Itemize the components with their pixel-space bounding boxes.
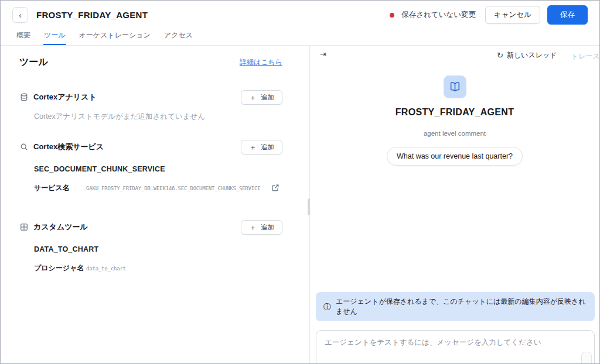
notice-text: エージェントが保存されるまで、このチャットには最新の編集内容が反映されません (336, 297, 587, 317)
book-icon (449, 81, 461, 93)
section-cortex-analyst: Cortexアナリスト ＋ 追加 Cortexアナリストモデルがまだ追加されてい… (19, 90, 282, 122)
plus-icon: ＋ (249, 143, 257, 151)
add-analyst-button[interactable]: ＋ 追加 (241, 90, 282, 105)
search-icon (19, 143, 28, 152)
chevron-left-icon: ‹ (19, 11, 22, 19)
section-title: Cortex検索サービス (33, 142, 104, 152)
unsaved-changes-label: 保存されていない変更 (401, 10, 476, 20)
tab-overview[interactable]: 概要 (16, 29, 31, 45)
tab-bar: 概要 ツール オーケストレーション アクセス (1, 29, 599, 46)
tab-orchestration[interactable]: オーケストレーション (79, 29, 151, 45)
add-search-service-button[interactable]: ＋ 追加 (241, 140, 282, 154)
add-label: 追加 (261, 93, 274, 102)
header-actions: 保存されていない変更 キャンセル 保存 (390, 5, 588, 25)
procedure-value: data_to_chart (86, 266, 280, 272)
plus-icon: ＋ (249, 94, 257, 101)
header: ‹ FROSTY_FRIDAY_AGENT 保存されていない変更 キャンセル 保… (1, 1, 599, 29)
suggestion-pill[interactable]: What was our revenue last quarter? (387, 147, 523, 166)
chat-panel: ⇥ ↻ 新しいスレッド トレースを表示 FROSTY_FRIDAY_AGENT … (310, 46, 599, 363)
back-button[interactable]: ‹ (12, 7, 28, 23)
chat-input-wrap (316, 330, 595, 363)
analyst-empty-text: Cortexアナリストモデルがまだ追加されていません (34, 112, 282, 122)
plus-icon: ＋ (249, 224, 257, 231)
chat-intro: FROSTY_FRIDAY_AGENT agent level comment … (310, 75, 599, 166)
add-label: 追加 (261, 223, 274, 232)
save-button[interactable]: 保存 (547, 5, 588, 25)
tab-access[interactable]: アクセス (163, 29, 193, 45)
tools-panel-head: ツール 詳細はこちら (19, 56, 282, 68)
service-name-row: サービス名 GAKU_FROSTY_FRIDAY_DB.WEEK146.SEC_… (34, 183, 282, 193)
info-icon: ⓘ (323, 303, 331, 311)
search-service-name: SEC_DOCUMENT_CHUNK_SERVICE (34, 165, 282, 173)
section-title: カスタムツール (33, 222, 88, 232)
database-icon (19, 93, 28, 102)
service-fqn-value: GAKU_FROSTY_FRIDAY_DB.WEEK146.SEC_DOCUME… (86, 186, 265, 191)
send-button[interactable] (581, 352, 592, 363)
field-label: サービス名 (34, 183, 86, 193)
unsaved-changes-dot (390, 13, 394, 18)
chat-message-input[interactable] (316, 330, 595, 363)
unsaved-notice-banner: ⓘ エージェントが保存されるまで、このチャットには最新の編集内容が反映されません (316, 292, 595, 321)
section-head: Cortex検索サービス ＋ 追加 (19, 140, 282, 154)
tab-tools[interactable]: ツール (43, 29, 66, 45)
chat-bottom: ⓘ エージェントが保存されるまで、このチャットには最新の編集内容が反映されません (316, 292, 595, 363)
procedure-name-row: プロシージャ名 data_to_chart (34, 263, 282, 273)
section-head: Cortexアナリスト ＋ 追加 (19, 90, 282, 104)
new-thread-button[interactable]: ↻ 新しいスレッド (497, 50, 557, 60)
grid-plus-icon (19, 223, 28, 232)
field-label: プロシージャ名 (34, 263, 86, 273)
avatar (444, 75, 466, 98)
agent-comment: agent level comment (424, 130, 486, 137)
section-cortex-search: Cortex検索サービス ＋ 追加 SEC_DOCUMENT_CHUNK_SER… (19, 140, 282, 193)
agent-name: FROSTY_FRIDAY_AGENT (396, 107, 514, 118)
section-title: Cortexアナリスト (33, 92, 97, 102)
spacer (19, 193, 282, 220)
spacer (19, 122, 282, 140)
page-title: FROSTY_FRIDAY_AGENT (36, 10, 148, 20)
section-head: カスタムツール ＋ 追加 (19, 220, 282, 234)
details-link[interactable]: 詳細はこちら (240, 57, 282, 67)
section-custom-tools: カスタムツール ＋ 追加 DATA_TO_CHART プロシージャ名 data_… (19, 220, 282, 273)
refresh-icon: ↻ (497, 51, 503, 59)
tools-panel: ツール 詳細はこちら Cortexアナリスト ＋ 追加 Corte (1, 46, 310, 363)
custom-tool-name: DATA_TO_CHART (34, 245, 282, 253)
new-thread-label: 新しいスレッド (507, 50, 557, 60)
collapse-panel-icon[interactable]: ⇥ (320, 50, 326, 58)
tools-heading: ツール (19, 56, 48, 68)
add-label: 追加 (261, 143, 274, 152)
agent-editor-window: { "header": { "title": "FROSTY_FRIDAY_AG… (0, 0, 600, 364)
show-traces-link[interactable]: トレースを表示 (571, 51, 599, 61)
add-custom-tool-button[interactable]: ＋ 追加 (241, 220, 282, 235)
main-content: ツール 詳細はこちら Cortexアナリスト ＋ 追加 Corte (1, 46, 599, 363)
cancel-button[interactable]: キャンセル (485, 6, 540, 24)
external-link-icon[interactable] (271, 184, 280, 193)
